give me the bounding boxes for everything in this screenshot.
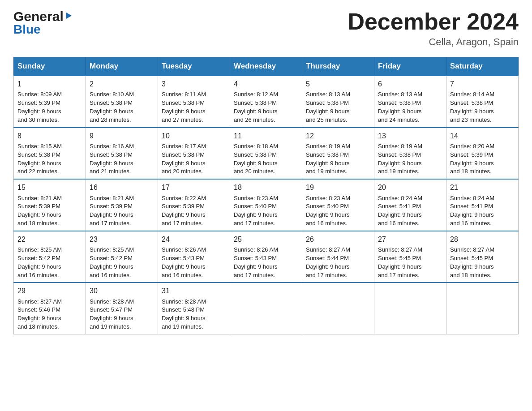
day-number: 30: [90, 286, 154, 296]
calendar-cell: 21Sunrise: 8:24 AMSunset: 5:41 PMDayligh…: [446, 179, 519, 231]
day-number: 9: [90, 131, 154, 141]
calendar-cell: 20Sunrise: 8:24 AMSunset: 5:41 PMDayligh…: [374, 179, 446, 231]
calendar-cell: 17Sunrise: 8:22 AMSunset: 5:39 PMDayligh…: [158, 179, 230, 231]
calendar-cell: 18Sunrise: 8:23 AMSunset: 5:40 PMDayligh…: [230, 179, 302, 231]
day-number: 27: [378, 234, 442, 244]
calendar-cell: 27Sunrise: 8:27 AMSunset: 5:45 PMDayligh…: [374, 231, 446, 283]
day-number: 4: [234, 79, 298, 89]
day-number: 6: [378, 79, 442, 89]
header-day-saturday: Saturday: [446, 57, 519, 76]
calendar-cell: 28Sunrise: 8:27 AMSunset: 5:45 PMDayligh…: [446, 231, 519, 283]
calendar-cell: 9Sunrise: 8:16 AMSunset: 5:38 PMDaylight…: [86, 128, 158, 180]
calendar-cell: 4Sunrise: 8:12 AMSunset: 5:38 PMDaylight…: [230, 76, 302, 128]
logo-general-text: General: [13, 9, 64, 24]
header-day-thursday: Thursday: [302, 57, 374, 76]
day-number: 25: [234, 234, 298, 244]
week-row-1: 1Sunrise: 8:09 AMSunset: 5:39 PMDaylight…: [14, 76, 519, 128]
day-number: 19: [306, 182, 370, 193]
day-number: 7: [450, 79, 515, 89]
day-number: 31: [162, 286, 226, 296]
day-number: 15: [17, 182, 82, 193]
calendar-cell: [230, 283, 302, 334]
calendar-cell: 16Sunrise: 8:21 AMSunset: 5:39 PMDayligh…: [86, 179, 158, 231]
calendar-cell: 26Sunrise: 8:27 AMSunset: 5:44 PMDayligh…: [302, 231, 374, 283]
day-number: 22: [17, 234, 82, 244]
calendar-cell: 5Sunrise: 8:13 AMSunset: 5:38 PMDaylight…: [302, 76, 374, 128]
header-row: SundayMondayTuesdayWednesdayThursdayFrid…: [14, 57, 519, 76]
calendar-cell: 2Sunrise: 8:10 AMSunset: 5:38 PMDaylight…: [86, 76, 158, 128]
calendar-cell: 30Sunrise: 8:28 AMSunset: 5:47 PMDayligh…: [86, 283, 158, 334]
calendar-table: SundayMondayTuesdayWednesdayThursdayFrid…: [13, 57, 519, 334]
day-number: 14: [450, 131, 515, 141]
title-section: December 2024 Cella, Aragon, Spain: [348, 9, 519, 48]
header-day-wednesday: Wednesday: [230, 57, 302, 76]
week-row-2: 8Sunrise: 8:15 AMSunset: 5:38 PMDaylight…: [14, 128, 519, 180]
day-number: 28: [450, 234, 515, 244]
logo: General Blue: [13, 9, 73, 37]
day-number: 13: [378, 131, 442, 141]
day-number: 2: [90, 79, 154, 89]
header-day-friday: Friday: [374, 57, 446, 76]
header-day-sunday: Sunday: [14, 57, 86, 76]
header-day-tuesday: Tuesday: [158, 57, 230, 76]
calendar-cell: 7Sunrise: 8:14 AMSunset: 5:38 PMDaylight…: [446, 76, 519, 128]
location-title: Cella, Aragon, Spain: [348, 36, 519, 48]
day-number: 18: [234, 182, 298, 193]
month-title: December 2024: [348, 9, 519, 34]
day-number: 16: [90, 182, 154, 193]
calendar-cell: 8Sunrise: 8:15 AMSunset: 5:38 PMDaylight…: [14, 128, 86, 180]
calendar-cell: 11Sunrise: 8:18 AMSunset: 5:38 PMDayligh…: [230, 128, 302, 180]
calendar-cell: 29Sunrise: 8:27 AMSunset: 5:46 PMDayligh…: [14, 283, 86, 334]
calendar-cell: 24Sunrise: 8:26 AMSunset: 5:43 PMDayligh…: [158, 231, 230, 283]
calendar-cell: 3Sunrise: 8:11 AMSunset: 5:38 PMDaylight…: [158, 76, 230, 128]
day-number: 29: [17, 286, 82, 296]
calendar-cell: 12Sunrise: 8:19 AMSunset: 5:38 PMDayligh…: [302, 128, 374, 180]
calendar-cell: 23Sunrise: 8:25 AMSunset: 5:42 PMDayligh…: [86, 231, 158, 283]
calendar-cell: 31Sunrise: 8:28 AMSunset: 5:48 PMDayligh…: [158, 283, 230, 334]
calendar-cell: [374, 283, 446, 334]
day-number: 5: [306, 79, 370, 89]
calendar-cell: 14Sunrise: 8:20 AMSunset: 5:39 PMDayligh…: [446, 128, 519, 180]
day-number: 10: [162, 131, 226, 141]
calendar-cell: 19Sunrise: 8:23 AMSunset: 5:40 PMDayligh…: [302, 179, 374, 231]
header-day-monday: Monday: [86, 57, 158, 76]
calendar-cell: 6Sunrise: 8:13 AMSunset: 5:38 PMDaylight…: [374, 76, 446, 128]
day-number: 12: [306, 131, 370, 141]
calendar-cell: [446, 283, 519, 334]
calendar-cell: 1Sunrise: 8:09 AMSunset: 5:39 PMDaylight…: [14, 76, 86, 128]
day-number: 17: [162, 182, 226, 193]
day-number: 8: [17, 131, 82, 141]
day-number: 3: [162, 79, 226, 89]
week-row-5: 29Sunrise: 8:27 AMSunset: 5:46 PMDayligh…: [14, 283, 519, 334]
calendar-cell: [302, 283, 374, 334]
calendar-cell: 10Sunrise: 8:17 AMSunset: 5:38 PMDayligh…: [158, 128, 230, 180]
day-number: 20: [378, 182, 442, 193]
page-header: General Blue December 2024 Cella, Aragon…: [13, 9, 519, 48]
week-row-3: 15Sunrise: 8:21 AMSunset: 5:39 PMDayligh…: [14, 179, 519, 231]
day-number: 26: [306, 234, 370, 244]
day-number: 21: [450, 182, 515, 193]
logo-arrow-icon: [64, 11, 73, 21]
calendar-cell: 22Sunrise: 8:25 AMSunset: 5:42 PMDayligh…: [14, 231, 86, 283]
day-number: 11: [234, 131, 298, 141]
calendar-cell: 15Sunrise: 8:21 AMSunset: 5:39 PMDayligh…: [14, 179, 86, 231]
svg-marker-0: [66, 13, 72, 19]
day-number: 24: [162, 234, 226, 244]
calendar-cell: 25Sunrise: 8:26 AMSunset: 5:43 PMDayligh…: [230, 231, 302, 283]
day-number: 1: [17, 79, 82, 89]
week-row-4: 22Sunrise: 8:25 AMSunset: 5:42 PMDayligh…: [14, 231, 519, 283]
day-number: 23: [90, 234, 154, 244]
calendar-cell: 13Sunrise: 8:19 AMSunset: 5:38 PMDayligh…: [374, 128, 446, 180]
logo-blue-text: Blue: [13, 22, 73, 37]
